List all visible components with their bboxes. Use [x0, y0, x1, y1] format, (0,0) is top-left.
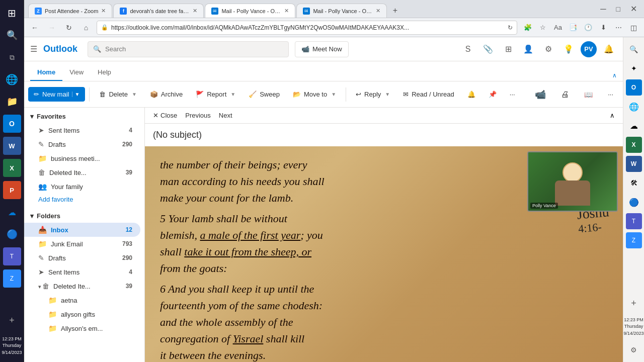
start-menu-icon[interactable]: ⊞ — [3, 4, 21, 22]
favorites-header[interactable]: ▾ Favorites — [24, 110, 144, 123]
tab-outlook1-close[interactable]: ✕ — [284, 8, 289, 14]
tab-zoom[interactable]: Z Post Attendee - Zoom ✕ — [28, 4, 112, 18]
minimize-button[interactable]: ─ — [597, 5, 609, 14]
reader-view-icon[interactable]: Aa — [551, 21, 565, 34]
sidebar-item-deleted-fav[interactable]: 🗑 Deleted Ite... 39 — [24, 165, 140, 179]
delete-button[interactable]: 🗑 Delete ▼ — [94, 87, 142, 102]
sidebar-item-aetna[interactable]: 📁 aetna — [24, 293, 140, 307]
tab-fb[interactable]: f devorah's date tree facebook - ✕ — [113, 4, 204, 18]
apps-icon[interactable]: ⊞ — [500, 41, 516, 57]
edge-sidebar-search-icon[interactable]: 🔍 — [626, 41, 642, 57]
edge-sidebar-outlook-icon[interactable]: O — [626, 79, 642, 96]
search-taskbar-icon[interactable]: 🔍 — [3, 26, 21, 44]
notifications-icon[interactable]: 🔔 — [601, 41, 617, 57]
tab-outlook2[interactable]: ✉ Mail - Polly Vance - Outlook ✕ — [296, 4, 387, 18]
edge-sidebar-word-icon[interactable]: W — [626, 156, 642, 172]
sidebar-item-junk[interactable]: 📁 Junk Email 793 — [24, 237, 140, 251]
sidebar-item-drafts[interactable]: ✎ Drafts 290 — [24, 251, 140, 265]
user-avatar[interactable]: PV — [581, 41, 597, 57]
hamburger-menu[interactable]: ☰ — [30, 44, 37, 54]
settings-icon[interactable]: ⋯ — [612, 21, 625, 34]
delete-dropdown-arrow[interactable]: ▼ — [132, 92, 137, 97]
edge-sidebar-add-icon[interactable]: + — [626, 296, 642, 312]
edge-sidebar-excel-icon[interactable]: X — [626, 137, 642, 153]
favorites-icon[interactable]: ☆ — [536, 21, 549, 34]
close-email-button[interactable]: ✕ Close — [153, 112, 177, 119]
new-tab-button[interactable]: + — [388, 4, 402, 18]
sidebar-item-favorites-sent[interactable]: ➤ Sent Items 4 — [24, 123, 140, 137]
edge-sidebar-icon[interactable]: ◫ — [627, 21, 640, 34]
excel-icon[interactable]: X — [3, 159, 21, 177]
previous-button[interactable]: Previous — [185, 112, 211, 119]
people-icon[interactable]: 👤 — [520, 41, 536, 57]
onedrive-icon[interactable]: ☁ — [3, 203, 21, 221]
chrome-icon[interactable]: 🔵 — [3, 225, 21, 243]
settings-header-icon[interactable]: ⚙ — [540, 41, 556, 57]
tab-fb-close[interactable]: ✕ — [193, 8, 197, 14]
edge-sidebar-onedrive-icon[interactable]: ☁ — [626, 118, 642, 134]
zoom-button[interactable]: 📹 — [529, 85, 551, 104]
back-button[interactable]: ← — [28, 21, 41, 34]
sidebar-item-allyson-gifts[interactable]: 📁 allyson gifts — [24, 307, 140, 321]
add-favorite-link[interactable]: Add favorite — [24, 194, 144, 205]
tab-view[interactable]: View — [62, 64, 91, 81]
tab-outlook1[interactable]: ✉ Mail - Polly Vance - Outlook ✕ — [205, 4, 295, 18]
edge-sidebar-settings-icon[interactable]: ⚙ — [626, 342, 642, 358]
ribbon-more-button[interactable]: ··· — [602, 87, 619, 102]
word-icon[interactable]: W — [3, 137, 21, 155]
new-mail-dropdown-arrow[interactable]: ▼ — [72, 92, 79, 97]
edge-sidebar-edge-icon[interactable]: 🌐 — [626, 99, 642, 115]
task-view-icon[interactable]: ⧉ — [3, 48, 21, 66]
explorer-icon[interactable]: 📁 — [3, 93, 21, 111]
collapse-ribbon-btn[interactable]: ∧ — [612, 72, 617, 81]
maximize-button[interactable]: □ — [613, 5, 623, 13]
print-button[interactable]: 🖨 — [555, 86, 575, 103]
powerpoint-icon[interactable]: P — [3, 181, 21, 199]
move-dropdown-arrow[interactable]: ▼ — [331, 92, 336, 97]
tab-zoom-close[interactable]: ✕ — [101, 8, 106, 14]
skype-icon[interactable]: S — [460, 41, 476, 57]
sidebar-item-favorites-drafts[interactable]: ✎ Drafts 290 — [24, 137, 140, 151]
next-button[interactable]: Next — [219, 112, 232, 119]
flag-button[interactable]: 🔔 — [462, 87, 481, 102]
sidebar-item-deleted[interactable]: ▾🗑 Deleted Ite... 39 — [24, 279, 140, 293]
sidebar-item-your-family[interactable]: 👥 Your family — [24, 179, 140, 194]
add-icon[interactable]: + — [3, 312, 21, 330]
report-dropdown-arrow[interactable]: ▼ — [230, 92, 235, 97]
extensions-icon[interactable]: 🧩 — [521, 21, 534, 34]
reading-list-icon[interactable]: 📑 — [567, 21, 580, 34]
move-to-button[interactable]: 📂 Move to ▼ — [287, 87, 342, 102]
immersive-reader-button[interactable]: 📖 — [579, 87, 598, 102]
read-unread-button[interactable]: ✉ Read / Unread — [397, 87, 460, 102]
edge-sidebar-chrome-icon[interactable]: 🔵 — [626, 194, 642, 210]
refresh-icon[interactable]: ↻ — [508, 24, 513, 31]
reading-pane-expand[interactable]: ∧ — [610, 112, 615, 119]
history-icon[interactable]: 🕐 — [582, 21, 595, 34]
forward-button[interactable]: → — [45, 21, 58, 34]
outlook-taskbar-icon[interactable]: O — [3, 115, 21, 133]
edge-icon[interactable]: 🌐 — [3, 70, 21, 88]
folders-header[interactable]: ▾ Folders — [24, 209, 144, 223]
reply-button[interactable]: ↩ Reply ▼ — [350, 87, 395, 102]
edge-sidebar-copilot-icon[interactable]: ✦ — [626, 60, 642, 76]
address-bar[interactable]: 🔒 https://outlook.live.com/mail/0/inbox/… — [97, 21, 517, 35]
downloads-icon[interactable]: ⬇ — [597, 21, 610, 34]
edge-sidebar-zoom-icon[interactable]: Z — [626, 232, 642, 248]
sidebar-item-inbox[interactable]: 📥 Inbox 12 — [24, 223, 140, 237]
sidebar-item-allyson-em[interactable]: 📁 Allyson's em... — [24, 321, 140, 335]
tab-outlook2-close[interactable]: ✕ — [376, 8, 380, 14]
search-box[interactable]: 🔍 — [88, 41, 289, 57]
reply-dropdown-arrow[interactable]: ▼ — [385, 92, 390, 97]
meet-now-button[interactable]: 📹 Meet Now — [295, 41, 349, 57]
help-icon[interactable]: 💡 — [560, 41, 577, 57]
tab-home[interactable]: Home — [30, 64, 62, 81]
sharepoint-icon[interactable]: 📎 — [480, 41, 496, 57]
sidebar-item-sent[interactable]: ➤ Sent Items 4 — [24, 265, 140, 279]
reload-button[interactable]: ↻ — [62, 21, 75, 34]
tab-help[interactable]: Help — [91, 64, 118, 81]
edge-sidebar-teams-icon[interactable]: T — [626, 213, 642, 229]
edge-sidebar-tools-icon[interactable]: 🛠 — [626, 175, 642, 191]
close-button[interactable]: ✕ — [627, 4, 640, 14]
zoom-taskbar-icon[interactable]: Z — [3, 269, 21, 288]
sidebar-item-business[interactable]: 📁 business meeti... — [24, 151, 140, 165]
